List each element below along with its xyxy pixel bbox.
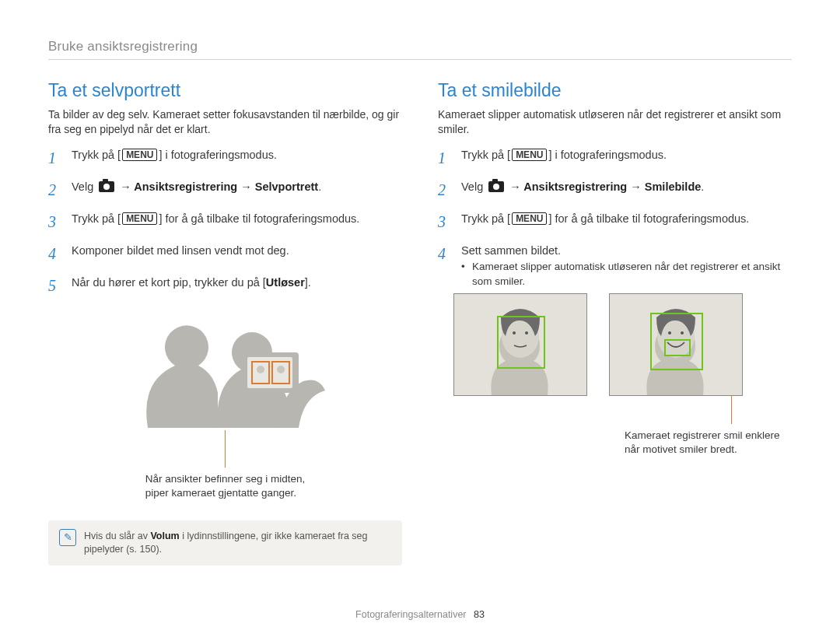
step-text: Velg (72, 180, 96, 193)
illustration-selfportrait: Når ansikter befinner seg i midten, pipe… (48, 307, 402, 500)
right-column: Ta et smilebilde Kameraet slipper automa… (438, 80, 792, 566)
step-4-right: 4 Sett sammen bildet. Kameraet slipper a… (438, 243, 792, 289)
page-number: 83 (474, 609, 485, 620)
step-number: 2 (438, 180, 455, 201)
heading-selvportrett: Ta et selvportrett (48, 80, 402, 101)
step-text: Sett sammen bildet. (461, 244, 561, 257)
step-text: Trykk på [ (72, 212, 121, 225)
detect-box-green (497, 316, 545, 369)
step-3-right: 3 Trykk på [MENU] for å gå tilbake til f… (438, 212, 792, 233)
note-box: ✎ Hvis du slår av Volum i lydinnstilling… (48, 520, 402, 566)
step-text: ] i fotograferingsmodus. (548, 149, 667, 161)
step-text: Komponer bildet med linsen vendt mot deg… (72, 243, 289, 259)
step-number: 1 (48, 148, 65, 169)
smile-detection-illustration (453, 293, 792, 396)
step-4-bullet: Kameraet slipper automatisk utløseren nå… (461, 260, 792, 288)
callout-selfportrait: Når ansikter befinner seg i midten, pipe… (145, 472, 306, 500)
step-text: Trykk på [ (461, 149, 510, 161)
step-bold: → Ansiktsregistrering → Smilebilde (506, 180, 701, 193)
smile-callout-text: Kameraet registrerer smil enklere når mo… (625, 429, 803, 457)
svg-point-4 (257, 366, 264, 373)
step-text: ] for å gå tilbake til fotograferingsmod… (159, 212, 359, 225)
step-5-left: 5 Når du hører et kort pip, trykker du p… (48, 275, 402, 296)
step-text: Når du hører et kort pip, trykker du på … (72, 276, 266, 289)
step-number: 4 (438, 243, 455, 264)
note-text: Hvis du slår av Volum i lydinnstillingen… (84, 530, 391, 556)
intro-right: Kameraet slipper automatisk utløseren nå… (438, 107, 792, 137)
face-frame-neutral (453, 293, 587, 396)
step-number: 3 (438, 212, 455, 233)
step-number: 2 (48, 180, 65, 201)
menu-button-icon: MENU (512, 212, 547, 225)
callout-line (731, 393, 732, 424)
breadcrumb: Bruke ansiktsregistrering (48, 39, 792, 60)
step-2-left: 2 Velg → Ansiktsregistrering → Selvportr… (48, 180, 402, 201)
detect-mouth-box (664, 339, 691, 356)
left-column: Ta et selvportrett Ta bilder av deg selv… (48, 80, 402, 566)
step-number: 4 (48, 243, 65, 264)
step-bold: Utløser (266, 276, 305, 289)
step-3-left: 3 Trykk på [MENU] for å gå tilbake til f… (48, 212, 402, 233)
step-text: ]. (305, 276, 311, 289)
step-bold: → Ansiktsregistrering → Selvportrett (117, 180, 318, 193)
step-text: ] i fotograferingsmodus. (159, 149, 277, 161)
step-text: Trykk på [ (461, 212, 510, 225)
step-2-right: 2 Velg → Ansiktsregistrering → Smilebild… (438, 180, 792, 201)
svg-point-5 (277, 366, 285, 373)
callout-line (225, 430, 226, 468)
menu-button-icon: MENU (512, 149, 547, 161)
heading-smilebilde: Ta et smilebilde (438, 80, 792, 101)
note-icon: ✎ (59, 529, 76, 546)
menu-button-icon: MENU (122, 212, 157, 225)
camera-icon (99, 181, 114, 192)
intro-left: Ta bilder av deg selv. Kameraet setter f… (48, 107, 402, 137)
step-text: ] for å gå tilbake til fotograferingsmod… (548, 212, 749, 225)
menu-button-icon: MENU (122, 149, 157, 161)
footer-label: Fotograferingsalternativer (355, 609, 466, 620)
smile-callout (671, 394, 792, 424)
step-1-left: 1 Trykk på [MENU] i fotograferingsmodus. (48, 148, 402, 169)
step-number: 1 (438, 148, 455, 169)
page-footer: Fotograferingsalternativer 83 (0, 609, 840, 620)
camera-icon (488, 181, 504, 192)
step-4-left: 4 Komponer bildet med linsen vendt mot d… (48, 243, 402, 264)
step-text: Trykk på [ (72, 149, 121, 161)
step-number: 5 (48, 275, 65, 296)
face-frame-smile (609, 293, 743, 396)
step-number: 3 (48, 212, 65, 233)
step-text: Velg (461, 180, 486, 193)
step-1-right: 1 Trykk på [MENU] i fotograferingsmodus. (438, 148, 792, 169)
